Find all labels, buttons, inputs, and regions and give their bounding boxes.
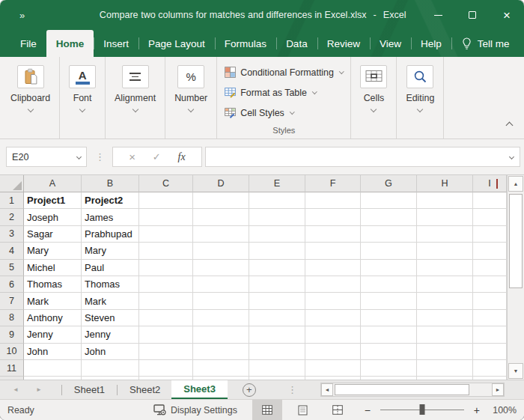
cell-A5[interactable]: Michel (24, 260, 82, 276)
tab-file[interactable]: File (10, 30, 46, 57)
row-header-5[interactable]: 5 (0, 260, 24, 276)
page-break-preview-button[interactable] (323, 400, 353, 420)
cell-H6[interactable] (417, 276, 473, 293)
cell-C10[interactable] (139, 344, 193, 360)
cell-C3[interactable] (139, 226, 193, 243)
cell-B7[interactable]: Mark (82, 293, 139, 309)
cell-B3[interactable]: Prabhupad (82, 226, 139, 243)
cell-D8[interactable] (193, 310, 249, 326)
close-button[interactable]: × (490, 0, 524, 30)
cell-C2[interactable] (139, 209, 193, 225)
row-header-1[interactable]: 1 (0, 192, 24, 209)
tell-me-button[interactable]: Tell me (451, 30, 520, 57)
cell-D2[interactable] (193, 209, 249, 225)
new-sheet-button[interactable]: + (243, 383, 256, 397)
cell-A2[interactable]: Joseph (24, 209, 82, 225)
cell-C4[interactable] (139, 243, 193, 259)
cell-styles-button[interactable]: Cell Styles (225, 103, 293, 123)
sheet-tab-sheet2[interactable]: Sheet2 (118, 380, 171, 399)
row-header-3[interactable]: 3 (0, 226, 24, 243)
cell-H10[interactable] (417, 344, 473, 360)
column-header-E[interactable]: E (249, 175, 305, 192)
normal-view-button[interactable] (252, 400, 282, 420)
cell-I8[interactable] (473, 310, 507, 326)
cell-E1[interactable] (249, 192, 305, 209)
column-header-B[interactable]: B (82, 175, 139, 192)
row-header-6[interactable]: 6 (0, 276, 24, 293)
cell-F2[interactable] (305, 209, 361, 225)
cell-E4[interactable] (249, 243, 305, 259)
cell-C7[interactable] (139, 293, 193, 309)
cell-I9[interactable] (473, 326, 507, 343)
cell-E2[interactable] (249, 209, 305, 225)
cell-D4[interactable] (193, 243, 249, 259)
cell-B1[interactable]: Project2 (82, 192, 139, 209)
formula-input[interactable] (205, 147, 520, 167)
cell-F3[interactable] (305, 226, 361, 243)
collapse-ribbon-button[interactable] (507, 118, 512, 131)
expand-formula-bar-icon[interactable] (509, 154, 514, 159)
sheet-tab-sheet3[interactable]: Sheet3 (171, 380, 228, 399)
cell-F10[interactable] (305, 344, 361, 360)
alignment-button[interactable]: Alignment (115, 57, 156, 112)
cell-I5[interactable] (473, 260, 507, 276)
zoom-slider[interactable] (380, 410, 464, 410)
cell-F11[interactable] (305, 360, 361, 377)
cell-A7[interactable]: Mark (24, 293, 82, 309)
cell-G4[interactable] (361, 243, 417, 259)
cell-H3[interactable] (417, 226, 473, 243)
cell-F4[interactable] (305, 243, 361, 259)
row-header-2[interactable]: 2 (0, 209, 24, 225)
cell-I2[interactable] (473, 209, 507, 225)
cell-C6[interactable] (139, 276, 193, 293)
vertical-scrollbar[interactable]: ▲ ▼ (507, 175, 524, 380)
editing-button[interactable]: Editing (406, 57, 434, 112)
cell-C9[interactable] (139, 326, 193, 343)
cell-H11[interactable] (417, 360, 473, 377)
format-as-table-button[interactable]: Format as Table (225, 82, 316, 103)
cell-G9[interactable] (361, 326, 417, 343)
scroll-up-button[interactable]: ▲ (508, 176, 523, 192)
display-settings-button[interactable]: Display Settings (153, 400, 237, 420)
cell-D10[interactable] (193, 344, 249, 360)
row-header-7[interactable]: 7 (0, 293, 24, 309)
scroll-right-button[interactable]: ► (492, 383, 504, 396)
column-header-C[interactable]: C (139, 175, 193, 192)
cell-F7[interactable] (305, 293, 361, 309)
cell-C5[interactable] (139, 260, 193, 276)
column-header-F[interactable]: F (305, 175, 361, 192)
cell-A4[interactable]: Mary (24, 243, 82, 259)
cell-E5[interactable] (249, 260, 305, 276)
minimize-button[interactable] (421, 0, 455, 30)
cell-B6[interactable]: Thomas (82, 276, 139, 293)
cell-A11[interactable] (24, 360, 82, 377)
column-header-G[interactable]: G (361, 175, 417, 192)
cell-I10[interactable] (473, 344, 507, 360)
name-box[interactable]: E20 (6, 147, 87, 167)
cell-G10[interactable] (361, 344, 417, 360)
next-sheet-button[interactable]: ► (36, 386, 42, 393)
tab-insert[interactable]: Insert (94, 30, 138, 57)
cell-B5[interactable]: Paul (82, 260, 139, 276)
cell-I7[interactable] (473, 293, 507, 309)
cell-D1[interactable] (193, 192, 249, 209)
cancel-icon[interactable]: × (129, 150, 135, 163)
cell-C8[interactable] (139, 310, 193, 326)
tab-review[interactable]: Review (317, 30, 370, 57)
cell-H1[interactable] (417, 192, 473, 209)
tab-help[interactable]: Help (411, 30, 451, 57)
cell-I11[interactable] (473, 360, 507, 377)
cell-A8[interactable]: Anthony (24, 310, 82, 326)
cell-G8[interactable] (361, 310, 417, 326)
cell-G6[interactable] (361, 276, 417, 293)
cell-F5[interactable] (305, 260, 361, 276)
cell-F1[interactable] (305, 192, 361, 209)
row-header-10[interactable]: 10 (0, 344, 24, 360)
tab-formulas[interactable]: Formulas (215, 30, 276, 57)
column-header-A[interactable]: A (24, 175, 82, 192)
tab-page-layout[interactable]: Page Layout (138, 30, 215, 57)
clipboard-button[interactable]: Clipboard (10, 57, 50, 112)
cell-E3[interactable] (249, 226, 305, 243)
cell-G11[interactable] (361, 360, 417, 377)
formula-bar-grip[interactable]: ⋮ (95, 147, 105, 167)
